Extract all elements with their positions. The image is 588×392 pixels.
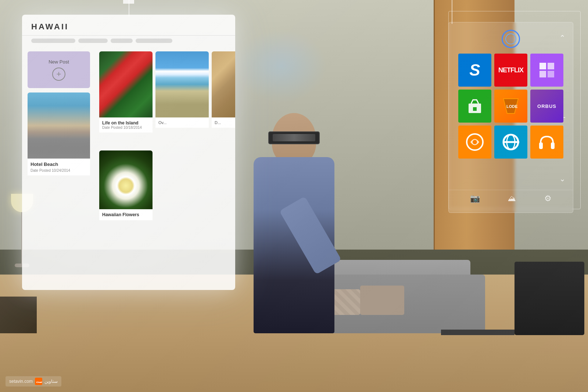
watermark-arabic: ستاوين — [44, 379, 58, 384]
couch-cushion-2 — [360, 286, 404, 315]
person — [235, 113, 353, 333]
right-panel-connector — [452, 0, 452, 24]
tropical-flower-image — [99, 51, 153, 117]
onsight-tile[interactable] — [458, 126, 491, 159]
watermark: setavin.com ست ستاوين — [6, 376, 61, 386]
hawaiian-flowers-title: Hawaiian Flowers — [102, 212, 150, 217]
start-panel-toolbar: 📷 ⛰ ⚙ — [449, 190, 573, 207]
cortana-icon[interactable] — [502, 30, 520, 48]
hololens-headset — [268, 131, 320, 144]
island-post-date: Date Posted 10/18/2014 — [102, 126, 150, 130]
svg-text:LODE: LODE — [506, 104, 518, 109]
island-partial-image — [212, 51, 235, 117]
camera-toolbar-icon[interactable]: 📷 — [470, 194, 480, 203]
hawaii-blog-panel: HAWAII New Post + Hotel Beach Date Poste… — [22, 15, 235, 290]
new-post-button[interactable]: New Post + — [28, 51, 90, 88]
island-partial-card[interactable]: D... — [212, 51, 235, 147]
tv-stand — [514, 262, 584, 335]
onsight-icon — [465, 132, 485, 152]
island-partial-info: D... — [212, 117, 235, 128]
svg-rect-5 — [473, 107, 477, 111]
side-table — [0, 297, 37, 333]
island-post-title: Life on the Island — [102, 120, 150, 126]
hotel-beach-info: Hotel Beach Date Posted 10/24/2014 — [28, 159, 90, 175]
blog-sidebar: New Post + Hotel Beach Date Posted 10/24… — [22, 46, 96, 284]
windows-start-panel: ⌃ + ⌄ S NETFLIX — [448, 22, 573, 213]
svg-rect-2 — [539, 71, 546, 77]
tropical-flower-card[interactable]: Life on the Island Date Posted 10/18/201… — [99, 51, 153, 147]
headphones-icon — [537, 132, 557, 152]
ie-icon — [501, 132, 521, 152]
nav-up-button[interactable]: ⌃ — [559, 33, 566, 42]
person-arm-raised — [279, 196, 341, 275]
nav-bar-2 — [78, 39, 108, 43]
orbus-tile[interactable]: ORBUS — [530, 90, 563, 123]
cortana-inner-ring — [505, 33, 516, 44]
settings-toolbar-icon[interactable]: ⚙ — [544, 194, 552, 203]
svg-text:ست: ست — [36, 380, 42, 384]
ocean-info: Ov... — [155, 117, 209, 128]
hawaiian-flowers-card[interactable]: Hawaiian Flowers — [99, 150, 153, 231]
svg-rect-0 — [539, 63, 546, 69]
app-m-icon — [538, 61, 556, 79]
hawaiian-flowers-info: Hawaiian Flowers — [99, 209, 153, 220]
hawaii-header: HAWAII — [22, 15, 235, 36]
watermark-site: setavin.com — [9, 379, 33, 384]
ie-tile[interactable] — [494, 126, 527, 159]
photo-toolbar-icon[interactable]: ⛰ — [508, 194, 516, 203]
netflix-tile[interactable]: NETFLIX — [494, 54, 527, 87]
game-icon: LODE — [500, 95, 522, 117]
hawaiian-flowers-image — [99, 150, 153, 209]
game-tile[interactable]: LODE — [494, 90, 527, 123]
orbus-label: ORBUS — [537, 104, 556, 109]
hotel-beach-photo — [28, 92, 90, 159]
netflix-label: NETFLIX — [498, 66, 523, 74]
new-post-label: New Post — [49, 59, 69, 65]
hotel-beach-card[interactable]: Hotel Beach Date Posted 10/24/2014 — [28, 92, 90, 279]
hotel-beach-title: Hotel Beach — [31, 161, 87, 167]
music-tile[interactable] — [530, 126, 563, 159]
ocean-beach-image — [155, 51, 209, 117]
app-m-tile[interactable] — [530, 54, 563, 87]
watermark-logo: ست — [35, 378, 42, 385]
hawaii-topbar — [22, 36, 235, 46]
coffee-table — [441, 330, 514, 335]
svg-rect-14 — [551, 142, 555, 149]
hawaii-content: New Post + Hotel Beach Date Posted 10/24… — [22, 46, 235, 284]
store-tile[interactable] — [458, 90, 491, 123]
photo-row-bottom: Hawaiian Flowers — [99, 150, 232, 231]
nav-bar-1 — [31, 39, 75, 43]
nav-bar-3 — [111, 39, 133, 43]
ocean-label: Ov... — [158, 120, 206, 125]
svg-rect-13 — [539, 142, 543, 149]
svg-point-9 — [473, 140, 477, 144]
blog-main-content: Life on the Island Date Posted 10/18/201… — [96, 46, 235, 284]
svg-rect-3 — [548, 71, 554, 77]
new-post-plus-icon: + — [52, 68, 65, 81]
person-body — [254, 157, 334, 333]
photo-row-top: Life on the Island Date Posted 10/18/201… — [99, 51, 232, 147]
hawaii-title: HAWAII — [31, 22, 226, 32]
ceiling-mount — [123, 0, 134, 4]
hotel-beach-date: Date Posted 10/24/2014 — [31, 168, 87, 173]
tropical-flower-info: Life on the Island Date Posted 10/18/201… — [99, 117, 153, 133]
nav-bar-4 — [136, 39, 172, 43]
island-partial-label: D... — [215, 120, 235, 125]
ocean-card[interactable]: Ov... — [155, 51, 209, 147]
svg-rect-1 — [548, 63, 554, 69]
skype-icon: S — [469, 61, 480, 79]
store-icon — [466, 97, 484, 115]
skype-tile[interactable]: S — [458, 54, 491, 87]
app-tiles-grid: S NETFLIX LODE — [454, 54, 567, 159]
person-head — [272, 113, 316, 164]
nav-down-button[interactable]: ⌄ — [559, 174, 566, 183]
